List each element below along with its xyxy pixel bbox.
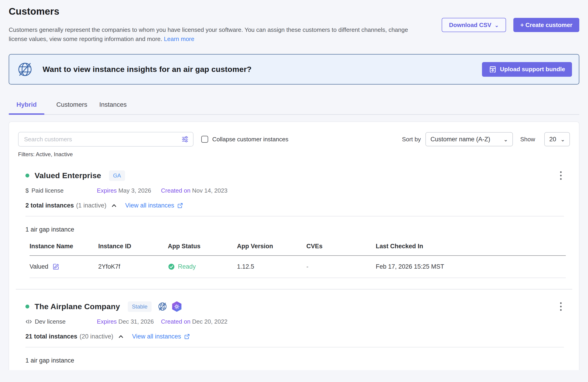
cves-value: - (306, 255, 376, 278)
upload-support-bundle-button[interactable]: Upload support bundle (482, 62, 572, 77)
expires-value: May 3, 2026 (118, 187, 151, 194)
show-label: Show (520, 136, 535, 143)
divider (25, 347, 564, 347)
instances-summary: 21 total instances (20 inactive) View al… (25, 333, 564, 340)
customer-the-airplane-company: The Airplane Company Stable (25, 301, 564, 370)
chevron-up-icon (111, 202, 117, 209)
view-all-instances-label: View all instances (132, 333, 181, 340)
collapse-section-button[interactable] (111, 202, 117, 209)
learn-more-link[interactable]: Learn more (164, 36, 194, 42)
license-type: Dev license (25, 318, 97, 325)
airgap-banner: Want to view instance insights for an ai… (9, 54, 579, 85)
show-select[interactable]: 20 ⌄ (544, 132, 570, 146)
search-input[interactable] (18, 132, 193, 147)
instances-inactive: (1 inactive) (76, 202, 106, 209)
airgap-instances-heading: 1 air gap instance (25, 226, 564, 233)
col-app-status: App Status (168, 239, 237, 255)
airgap-globe-icon (157, 301, 168, 312)
last-checked-in-value: Feb 17, 2026 15:25 MST (376, 255, 566, 278)
customers-card: Collapse customer instances Sort by Cust… (9, 122, 579, 370)
collapse-instances-control[interactable]: Collapse customer instances (201, 136, 288, 143)
check-circle-icon (168, 263, 175, 270)
filters-note: Filters: Active, Inactive (18, 151, 570, 158)
expires: Expires May 3, 2026 (97, 187, 161, 194)
instance-name-value: Valued (30, 263, 48, 270)
active-status-dot (25, 305, 29, 308)
chevron-down-icon: ⌄ (495, 23, 499, 28)
active-status-dot (25, 174, 29, 177)
app-status-cell: Ready (168, 263, 237, 270)
customer-divider (16, 289, 572, 290)
created-on-label: Created on (161, 187, 190, 194)
col-app-version: App Version (237, 239, 306, 255)
expires-label: Expires (97, 318, 117, 325)
instances-summary: 2 total instances (1 inactive) View all … (25, 202, 564, 209)
customer-meta: $ Paid license Expires May 3, 2026 Creat… (25, 187, 564, 194)
tab-instances[interactable]: Instances (99, 101, 127, 114)
chevron-down-icon: ⌄ (504, 137, 508, 142)
page-description-text: Customers generally represent the compan… (9, 26, 408, 42)
kubernetes-icon (171, 301, 182, 312)
edit-icon[interactable] (52, 263, 60, 270)
view-all-instances-link[interactable]: View all instances (132, 333, 190, 340)
created-on-value: Dec 20, 2022 (192, 318, 228, 325)
kebab-menu-button[interactable] (558, 301, 564, 312)
created-on-value: Nov 14, 2023 (192, 187, 228, 194)
channel-badge: GA (109, 170, 125, 181)
customer-valued-enterprise: Valued Enterprise GA $ Paid license Expi… (25, 170, 564, 278)
instances-inactive: (20 inactive) (80, 333, 113, 340)
upload-support-bundle-label: Upload support bundle (500, 66, 565, 73)
tab-bar: Hybrid Customers Instances (9, 101, 579, 115)
show-value: 20 (549, 136, 556, 143)
instance-id-value: 2YfoK7f (98, 255, 168, 278)
header-text: Customers Customers generally represent … (9, 6, 419, 43)
license-type-label: Paid license (31, 187, 63, 194)
kebab-menu-button[interactable] (558, 170, 564, 181)
expires-value: Dec 31, 2026 (118, 318, 154, 325)
created-on-label: Created on (161, 318, 190, 325)
sort-by-select[interactable]: Customer name (A-Z) ⌄ (425, 132, 513, 146)
customer-header: Valued Enterprise GA (25, 170, 564, 181)
divider (25, 216, 564, 216)
customer-name[interactable]: The Airplane Company (35, 302, 120, 311)
instances-table: Instance Name Instance ID App Status App… (30, 239, 566, 278)
channel-badge: Stable (128, 301, 152, 312)
collapse-instances-label: Collapse customer instances (212, 136, 288, 143)
table-header-row: Instance Name Instance ID App Status App… (30, 239, 566, 255)
created-on: Created on Dec 20, 2022 (161, 318, 228, 325)
search-box (18, 132, 193, 147)
external-link-icon (184, 334, 190, 340)
download-csv-button[interactable]: Download CSV ⌄ (442, 18, 506, 32)
airgap-instances-heading: 1 air gap instance (25, 357, 564, 364)
instances-total: 2 total instances (25, 202, 74, 209)
sort-by-label: Sort by (402, 136, 421, 143)
tab-hybrid[interactable]: Hybrid (9, 101, 44, 114)
license-type-label: Dev license (35, 318, 65, 325)
col-cves: CVEs (306, 239, 376, 255)
customer-header: The Airplane Company Stable (25, 301, 564, 312)
collapse-section-button[interactable] (117, 333, 124, 340)
download-csv-label: Download CSV (449, 21, 491, 29)
customer-name[interactable]: Valued Enterprise (35, 171, 101, 180)
view-all-instances-label: View all instances (125, 202, 174, 209)
tab-customers[interactable]: Customers (56, 101, 87, 114)
create-customer-button[interactable]: + Create customer (513, 18, 579, 32)
expires-label: Expires (97, 187, 117, 194)
page-description: Customers generally represent the compan… (9, 25, 419, 43)
created-on: Created on Nov 14, 2023 (161, 187, 228, 194)
view-all-instances-link[interactable]: View all instances (125, 202, 183, 209)
airgap-banner-title: Want to view instance insights for an ai… (42, 65, 252, 74)
page-title: Customers (9, 6, 419, 17)
expires: Expires Dec 31, 2026 (97, 318, 161, 325)
sort-by-value: Customer name (A-Z) (430, 136, 490, 143)
collapse-instances-checkbox[interactable] (201, 136, 208, 143)
page-header: Customers Customers generally represent … (9, 6, 579, 43)
col-instance-name: Instance Name (30, 239, 98, 255)
airgap-globe-icon (16, 61, 34, 78)
license-type: $ Paid license (25, 187, 97, 194)
instances-total: 21 total instances (25, 333, 77, 340)
chevron-up-icon (117, 333, 124, 340)
dollar-icon: $ (25, 187, 29, 194)
app-status-value: Ready (178, 263, 196, 270)
filter-sliders-icon[interactable] (181, 135, 189, 143)
